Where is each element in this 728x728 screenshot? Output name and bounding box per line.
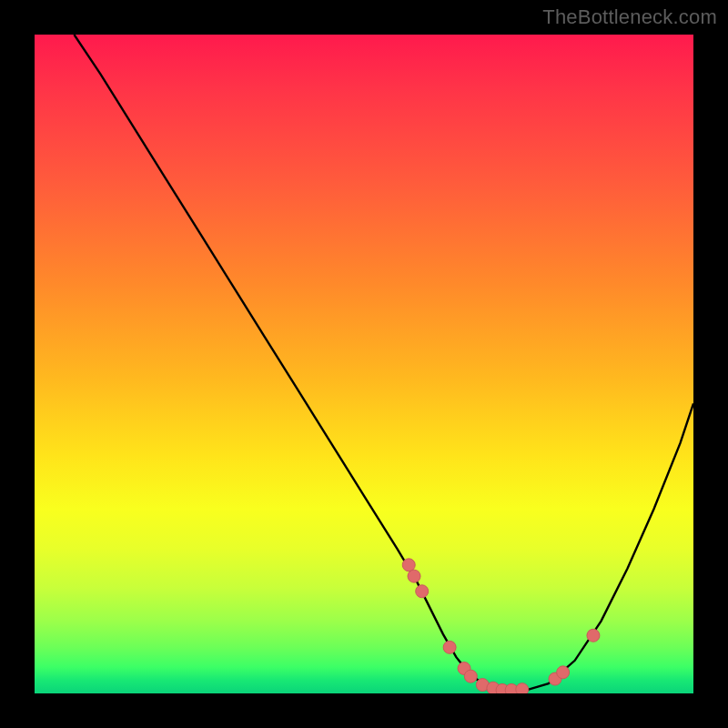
watermark: TheBottleneck.com — [542, 5, 717, 29]
curve-marker — [516, 683, 529, 693]
curve-svg — [35, 35, 693, 693]
plot-area — [35, 35, 693, 693]
curve-marker — [464, 670, 477, 682]
curve-marker — [416, 585, 429, 598]
curve-marker-dots — [402, 559, 600, 693]
curve-marker — [557, 666, 570, 679]
bottleneck-curve — [74, 35, 693, 690]
curve-marker — [408, 570, 420, 582]
curve-marker — [587, 629, 600, 642]
curve-marker — [443, 641, 456, 653]
chart-frame: TheBottleneck.com — [0, 0, 728, 728]
